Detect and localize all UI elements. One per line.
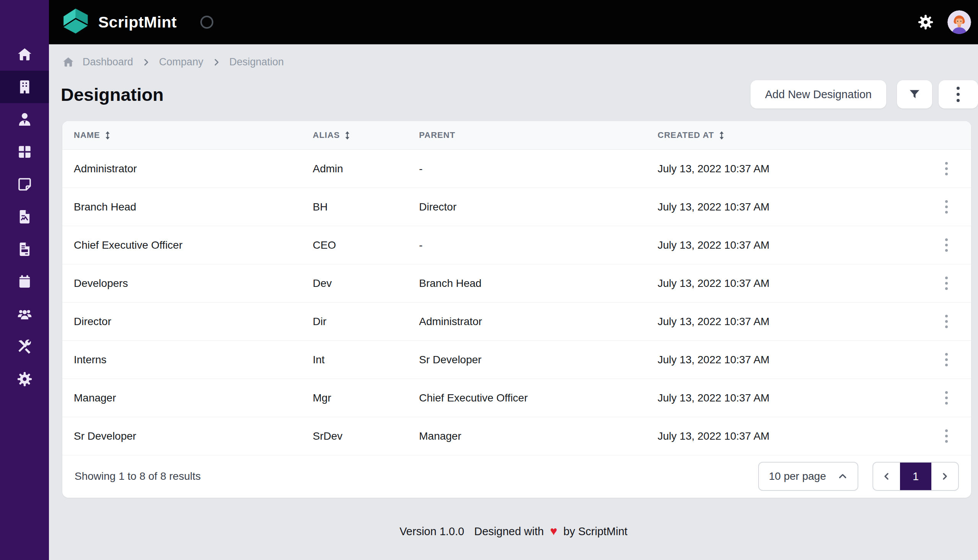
- next-page-button[interactable]: [931, 463, 958, 490]
- row-actions-button[interactable]: [921, 391, 971, 405]
- kebab-vertical-icon: [945, 429, 948, 432]
- kebab-vertical-icon: [945, 238, 948, 241]
- kebab-vertical-icon: [945, 353, 948, 356]
- cell: Director: [74, 315, 313, 328]
- row-actions-button[interactable]: [921, 238, 971, 252]
- breadcrumb-item-dashboard[interactable]: Dashboard: [83, 56, 133, 68]
- cell: Director: [419, 201, 658, 213]
- table-body: AdministratorAdmin-July 13, 2022 10:37 A…: [62, 150, 971, 455]
- settings-gear-icon[interactable]: [917, 13, 935, 31]
- table-row: InternsIntSr DeveloperJuly 13, 2022 10:3…: [62, 341, 971, 379]
- user-avatar[interactable]: [948, 10, 971, 34]
- topbar-actions: [917, 10, 971, 34]
- sidebar-item-users[interactable]: [0, 298, 49, 330]
- row-actions-button[interactable]: [921, 162, 971, 175]
- chevron-left-icon: [882, 472, 891, 481]
- add-new-designation-button[interactable]: Add New Designation: [751, 80, 886, 108]
- table-footer: Showing 1 to 8 of 8 results 10 per page …: [62, 455, 971, 497]
- sidebar-item-file-chart[interactable]: [0, 200, 49, 233]
- cell: July 13, 2022 10:37 AM: [658, 354, 921, 366]
- sidebar-item-building[interactable]: [0, 71, 49, 103]
- cell: -: [419, 163, 658, 175]
- cell: Interns: [74, 354, 313, 366]
- sidebar-item-user-tie[interactable]: [0, 103, 49, 136]
- kebab-vertical-icon: [945, 162, 948, 165]
- column-header-alias[interactable]: ALIAS: [313, 130, 419, 140]
- cell: July 13, 2022 10:37 AM: [658, 315, 921, 328]
- sidebar-item-table-cells[interactable]: [0, 136, 49, 168]
- screwdriver-wrench-icon: [17, 339, 32, 355]
- pager: 1: [873, 462, 959, 491]
- row-actions-button[interactable]: [921, 429, 971, 443]
- breadcrumb-home-icon[interactable]: [62, 56, 74, 68]
- cell: Chief Executive Officer: [74, 239, 313, 252]
- table-row: ManagerMgrChief Executive OfficerJuly 13…: [62, 379, 971, 417]
- more-options-button[interactable]: [939, 80, 978, 108]
- column-header-created-at[interactable]: CREATED AT: [658, 130, 921, 140]
- sidebar-item-file-invoice[interactable]: [0, 233, 49, 265]
- cell: Manager: [419, 430, 658, 442]
- by-text: by ScriptMint: [563, 525, 628, 537]
- calendar-icon: [17, 274, 32, 290]
- current-page-button[interactable]: 1: [900, 463, 931, 490]
- cell: July 13, 2022 10:37 AM: [658, 201, 921, 213]
- results-summary: Showing 1 to 8 of 8 results: [75, 470, 201, 482]
- page-title: Designation: [61, 84, 164, 105]
- cell: Dev: [313, 277, 419, 290]
- app-page: ScriptMint: [0, 0, 978, 560]
- version-text: Version 1.0.0: [400, 525, 464, 537]
- kebab-vertical-icon: [945, 277, 948, 279]
- version-footer: Version 1.0.0 Designed with ♥ by ScriptM…: [49, 524, 978, 538]
- home-icon: [17, 47, 32, 62]
- row-actions-button[interactable]: [921, 353, 971, 366]
- sidebar-item-note-sticky[interactable]: [0, 168, 49, 200]
- chevron-up-icon: [838, 472, 848, 481]
- sidebar-item-calendar[interactable]: [0, 265, 49, 298]
- table-row: AdministratorAdmin-July 13, 2022 10:37 A…: [62, 150, 971, 188]
- pagination-controls: 10 per page 1: [758, 462, 959, 491]
- per-page-label: 10 per page: [769, 470, 826, 482]
- breadcrumb-item-company[interactable]: Company: [159, 56, 203, 68]
- heart-icon: ♥: [547, 524, 560, 538]
- table-header-row: NAMEALIASPARENTCREATED AT: [62, 121, 971, 150]
- file-chart-icon: [17, 209, 32, 225]
- cell: SrDev: [313, 430, 419, 442]
- topbar: ScriptMint: [49, 0, 978, 44]
- cell: Chief Executive Officer: [419, 392, 658, 404]
- cell: Sr Developer: [419, 354, 658, 366]
- per-page-select[interactable]: 10 per page: [758, 462, 858, 491]
- cell: July 13, 2022 10:37 AM: [658, 392, 921, 404]
- loading-circle-icon: [201, 16, 213, 28]
- file-invoice-icon: [17, 242, 32, 257]
- cell: -: [419, 239, 658, 252]
- row-actions-button[interactable]: [921, 277, 971, 290]
- designation-table-card: NAMEALIASPARENTCREATED AT AdministratorA…: [62, 121, 971, 498]
- table-row: Sr DeveloperSrDevManagerJuly 13, 2022 10…: [62, 417, 971, 455]
- row-actions-button[interactable]: [921, 200, 971, 213]
- breadcrumb: DashboardCompanyDesignation: [62, 56, 284, 68]
- column-header-parent: PARENT: [419, 130, 658, 140]
- cell: Manager: [74, 392, 313, 404]
- filter-button[interactable]: [897, 80, 932, 108]
- cell: Sr Developer: [74, 430, 313, 442]
- previous-page-button[interactable]: [873, 463, 900, 490]
- cell: Branch Head: [74, 201, 313, 213]
- kebab-vertical-icon: [945, 200, 948, 203]
- gear-icon: [17, 371, 32, 387]
- cell: Administrator: [419, 315, 658, 328]
- sidebar-item-screwdriver-wrench[interactable]: [0, 330, 49, 363]
- kebab-vertical-icon: [945, 391, 948, 394]
- row-actions-button[interactable]: [921, 315, 971, 328]
- sort-arrows-icon: [104, 131, 111, 140]
- cell: Branch Head: [419, 277, 658, 290]
- table-row: DevelopersDevBranch HeadJuly 13, 2022 10…: [62, 264, 971, 303]
- funnel-icon: [908, 88, 921, 101]
- table-row: Chief Executive OfficerCEO-July 13, 2022…: [62, 226, 971, 264]
- table-row: Branch HeadBHDirectorJuly 13, 2022 10:37…: [62, 188, 971, 226]
- brand-logo[interactable]: ScriptMint: [59, 5, 177, 39]
- chevron-right-icon: [212, 58, 221, 67]
- kebab-vertical-icon: [945, 315, 948, 317]
- sidebar-item-home[interactable]: [0, 38, 49, 71]
- sidebar-item-gear[interactable]: [0, 363, 49, 395]
- column-header-name[interactable]: NAME: [74, 130, 313, 140]
